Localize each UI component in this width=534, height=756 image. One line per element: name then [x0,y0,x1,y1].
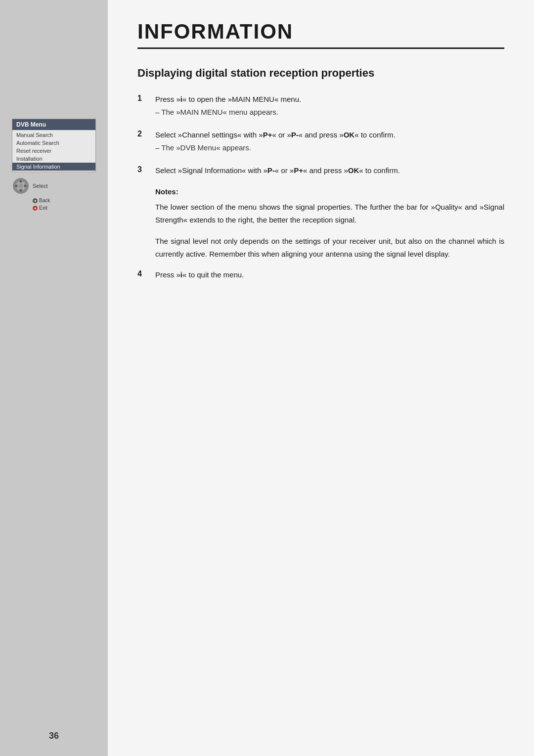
dvb-menu-title: DVB Menu [12,119,95,130]
back-label: Back [39,197,50,204]
step-3-text: Select »Signal Information« with »P-« or… [155,165,400,177]
svg-point-6 [18,183,23,188]
back-exit-area: ● Back ● Exit [12,197,96,212]
dvb-menu-box: DVB Menu Manual Search Automatic Search … [12,119,96,172]
notes-heading: Notes: [155,187,504,196]
menu-item-reset-receiver[interactable]: Reset receiver [12,147,95,155]
sidebar: DVB Menu Manual Search Automatic Search … [0,0,108,756]
step-1: 1 Press »i« to open the »MAIN MENU« menu… [137,93,504,118]
exit-line: ● Exit [33,204,96,212]
menu-item-signal-information[interactable]: Signal Information [12,163,95,171]
notes-paragraph-1: The lower section of the menu shows the … [155,201,504,226]
exit-button-circle: ● [33,206,38,211]
select-label: Select [33,183,48,189]
step-3: 3 Select »Signal Information« with »P-« … [137,165,504,177]
step-4: 4 Press »i« to quit the menu. [137,269,504,281]
page-number: 36 [0,731,108,741]
page-title: INFORMATION [137,20,504,49]
dpad-icon [12,177,30,195]
notes-paragraph-2: The signal level not only depends on the… [155,235,504,260]
step-2: 2 Select »Channel settings« with »P+« or… [137,129,504,154]
step-2-number: 2 [137,129,147,138]
steps-container: 1 Press »i« to open the »MAIN MENU« menu… [137,93,504,281]
menu-item-installation[interactable]: Installation [12,155,95,163]
step-3-number: 3 [137,165,147,174]
step-1-number: 1 [137,93,147,103]
back-button-circle: ● [33,198,38,203]
select-area: Select [12,177,96,195]
step-2-sub: – The »DVB Menu« appears. [155,142,396,154]
step-4-number: 4 [137,269,147,278]
notes-section: Notes: The lower section of the menu sho… [155,187,504,260]
step-1-text: Press »i« to open the »MAIN MENU« menu. … [155,93,301,118]
dvb-menu-items: Manual Search Automatic Search Reset rec… [12,130,95,172]
step-2-text: Select »Channel settings« with »P+« or »… [155,129,396,154]
exit-label: Exit [39,204,47,212]
main-content: INFORMATION Displaying digital station r… [108,0,534,756]
back-line: ● Back [33,197,96,204]
step-4-text: Press »i« to quit the menu. [155,269,244,281]
menu-item-automatic-search[interactable]: Automatic Search [12,139,95,147]
section-heading: Displaying digital station reception pro… [137,67,504,80]
step-1-sub: – The »MAIN MENU« menu appears. [155,106,301,118]
menu-item-manual-search[interactable]: Manual Search [12,131,95,139]
